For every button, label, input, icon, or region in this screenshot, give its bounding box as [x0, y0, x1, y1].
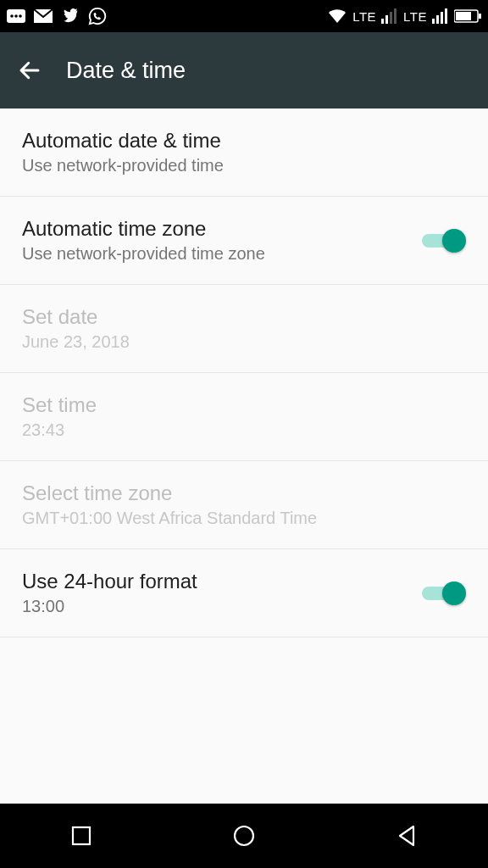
battery-icon	[454, 9, 481, 23]
status-bar: LTE LTE	[0, 0, 488, 32]
mail-icon	[34, 9, 53, 23]
svg-rect-10	[436, 15, 439, 24]
home-button[interactable]	[227, 819, 261, 853]
more-notifications-icon	[7, 9, 25, 23]
setting-subtitle: 13:00	[22, 597, 422, 616]
setting-subtitle: Use network-provided time zone	[22, 244, 422, 264]
svg-rect-15	[479, 14, 481, 19]
svg-point-17	[235, 826, 253, 845]
setting-automatic-date-time[interactable]: Automatic date & time Use network-provid…	[0, 108, 488, 197]
settings-list: Automatic date & time Use network-provid…	[0, 108, 488, 637]
svg-rect-8	[394, 8, 396, 24]
setting-subtitle: 23:43	[22, 420, 466, 440]
svg-rect-5	[381, 19, 384, 24]
svg-rect-12	[445, 8, 447, 24]
lte-label-2: LTE	[403, 9, 427, 24]
wifi-icon	[327, 8, 347, 25]
setting-title: Select time zone	[22, 481, 466, 505]
signal-icon-1	[381, 8, 398, 24]
use-24h-switch[interactable]	[422, 581, 466, 605]
back-button[interactable]	[390, 819, 424, 853]
setting-set-time: Set time 23:43	[0, 373, 488, 461]
setting-use-24h-format[interactable]: Use 24-hour format 13:00	[0, 549, 488, 637]
svg-rect-7	[390, 12, 392, 24]
svg-rect-9	[432, 19, 435, 24]
svg-point-2	[14, 14, 18, 18]
svg-rect-11	[441, 12, 443, 24]
app-bar: Date & time	[0, 32, 488, 108]
svg-rect-14	[456, 12, 471, 20]
back-icon[interactable]	[17, 58, 42, 83]
navigation-bar	[0, 804, 488, 868]
svg-point-1	[10, 14, 14, 18]
setting-title: Set date	[22, 305, 466, 329]
signal-icon-2	[432, 8, 449, 24]
svg-point-3	[19, 14, 22, 18]
whatsapp-icon	[88, 7, 107, 25]
setting-set-date: Set date June 23, 2018	[0, 285, 488, 373]
setting-title: Set time	[22, 393, 466, 417]
twitter-icon	[61, 8, 80, 24]
setting-automatic-time-zone[interactable]: Automatic time zone Use network-provided…	[0, 197, 488, 285]
setting-title: Automatic date & time	[22, 129, 466, 153]
setting-subtitle: June 23, 2018	[22, 332, 466, 352]
recent-apps-button[interactable]	[64, 819, 98, 853]
automatic-time-zone-switch[interactable]	[422, 229, 466, 253]
svg-rect-16	[73, 827, 90, 844]
svg-rect-6	[385, 15, 388, 24]
setting-subtitle: GMT+01:00 West Africa Standard Time	[22, 509, 466, 528]
setting-subtitle: Use network-provided time	[22, 156, 466, 175]
setting-select-time-zone: Select time zone GMT+01:00 West Africa S…	[0, 461, 488, 549]
setting-title: Use 24-hour format	[22, 570, 422, 593]
page-title: Date & time	[66, 58, 186, 84]
setting-title: Automatic time zone	[22, 217, 422, 241]
lte-label-1: LTE	[352, 9, 376, 24]
